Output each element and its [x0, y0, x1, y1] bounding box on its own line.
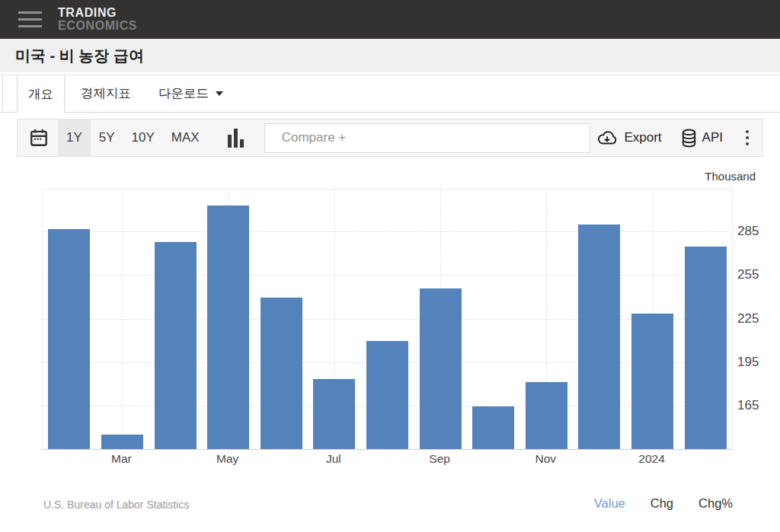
y-axis-tick-label: 165 [737, 398, 759, 413]
tab-bar: 개요경제지표다운로드 [0, 75, 780, 113]
tab-download[interactable]: 다운로드 [147, 75, 235, 112]
compare-input[interactable] [264, 123, 590, 153]
export-label: Export [624, 130, 661, 145]
x-axis-tick-label: Jul [307, 452, 360, 466]
x-axis-tick-label: Mar [94, 452, 148, 466]
tab-overview[interactable]: 개요 [17, 75, 65, 113]
chart-type-icon[interactable] [228, 129, 244, 148]
range-1y[interactable]: 1Y [58, 119, 91, 156]
bar-oct-2023[interactable] [472, 406, 514, 449]
export-cloud-icon [596, 129, 619, 147]
kebab-menu-icon[interactable] [742, 129, 753, 147]
x-axis-tick-label: Nov [519, 452, 572, 466]
mode-chg[interactable]: Chg [651, 496, 673, 511]
y-axis-tick-label: 195 [737, 355, 759, 370]
y-gridline [43, 231, 732, 232]
range-max[interactable]: MAX [163, 119, 208, 156]
api-database-icon [681, 129, 697, 148]
source-attribution: U.S. Bureau of Labor Statistics [43, 499, 189, 511]
api-button[interactable]: API [681, 129, 723, 148]
x-axis-tick-label: Sep [413, 452, 466, 466]
y-axis-tick-label: 285 [737, 224, 759, 239]
trading-economics-logo[interactable]: TRADING ECONOMICS [58, 7, 137, 33]
logo-line-1: TRADING [58, 7, 137, 20]
bar-dec-2023[interactable] [578, 225, 620, 449]
page-title: 미국 - 비 농장 급여 [15, 46, 144, 66]
plot-area [42, 189, 733, 450]
series-mode-switcher: ValueChgChg% [594, 496, 733, 511]
x-gridline [122, 190, 123, 449]
y-gridline [43, 275, 732, 276]
bar-nov-2023[interactable] [526, 382, 567, 449]
x-axis-tick-label: 2024 [625, 452, 679, 466]
range-5y[interactable]: 5Y [91, 119, 123, 156]
export-button[interactable]: Export [596, 129, 661, 147]
bar-feb-2024[interactable] [685, 247, 727, 449]
x-axis-tick-label: May [201, 452, 254, 466]
bar-jan-2024[interactable] [631, 314, 673, 449]
y-axis-tick-label: 225 [737, 311, 759, 327]
bar-apr-2023[interactable] [155, 242, 197, 449]
mode-value[interactable]: Value [594, 496, 625, 511]
bar-sep-2023[interactable] [420, 288, 462, 449]
bar-mar-2023[interactable] [101, 435, 143, 449]
bar-aug-2023[interactable] [366, 341, 408, 449]
y-axis-tick-label: 255 [737, 267, 759, 282]
title-bar: 미국 - 비 농장 급여 [0, 39, 780, 72]
bar-jul-2023[interactable] [313, 379, 355, 449]
range-10y[interactable]: 10Y [123, 119, 163, 156]
mode-chgpct[interactable]: Chg% [698, 496, 733, 511]
y-axis-unit-label: Thousand [705, 170, 756, 183]
chart-section: Thousand 165195225255285 MarMayJulSepNov… [0, 157, 780, 532]
chart-toolbar: 1Y5Y10YMAX Export API [17, 119, 763, 157]
bar-jun-2023[interactable] [261, 298, 302, 449]
api-label: API [702, 130, 723, 145]
toolbar-right-group: Export API [596, 129, 753, 148]
logo-line-2: ECONOMICS [58, 20, 137, 33]
hamburger-menu-icon[interactable] [18, 11, 42, 27]
range-buttons: 1Y5Y10YMAX [58, 119, 208, 156]
y-gridline [43, 319, 732, 320]
tab-indicators[interactable]: 경제지표 [69, 75, 142, 112]
bar-may-2023[interactable] [207, 205, 249, 449]
bar-feb-2023[interactable] [48, 229, 90, 449]
top-header-bar: TRADING ECONOMICS [0, 0, 780, 39]
calendar-icon[interactable] [29, 128, 49, 148]
chevron-down-icon [216, 91, 223, 96]
